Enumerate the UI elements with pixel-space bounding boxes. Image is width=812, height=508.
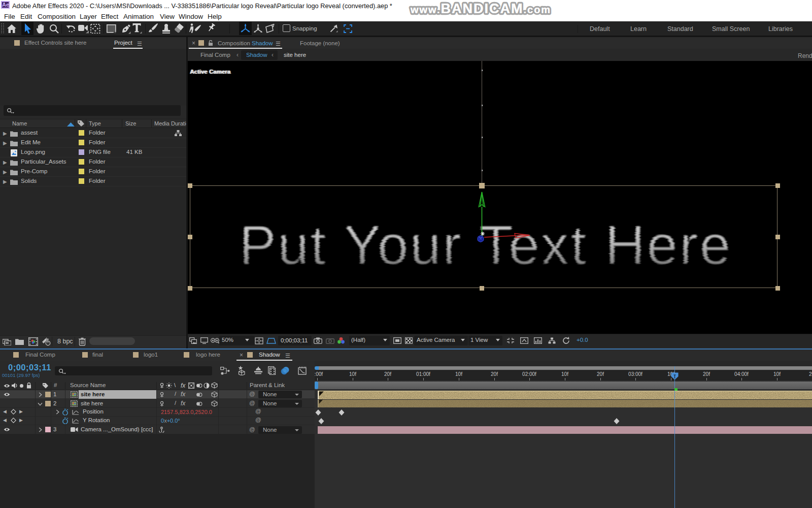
svg-text:www.BANDICAM.com: www.BANDICAM.com bbox=[410, 1, 551, 16]
